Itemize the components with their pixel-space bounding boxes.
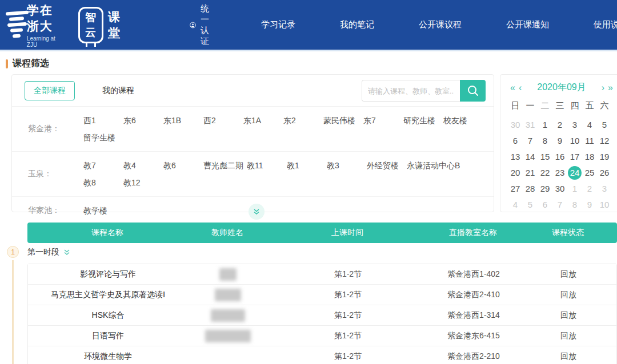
building-filter-item[interactable]: 教4 [123, 157, 160, 174]
calendar-next-year-button[interactable]: » [606, 83, 615, 93]
calendar-dow-label: 五 [583, 100, 596, 111]
nav-item-label: 公开课议程 [419, 19, 462, 29]
calendar-day-cell[interactable]: 27 [508, 182, 522, 196]
calendar-day-cell[interactable]: 1 [538, 118, 552, 132]
calendar-day-cell[interactable]: 2 [583, 182, 596, 196]
calendar-day-cell[interactable]: 5 [598, 118, 611, 132]
calendar-day-cell[interactable]: 22 [538, 166, 552, 180]
calendar-day-cell[interactable]: 18 [583, 150, 596, 164]
nav-item[interactable]: 公开课议程 [419, 19, 462, 30]
tab-all-courses[interactable]: 全部课程 [25, 81, 75, 100]
calendar-next-month-button[interactable]: › [600, 83, 606, 93]
nav-item[interactable]: 公开课通知 [506, 19, 549, 30]
calendar-day-cell[interactable]: 1 [568, 182, 582, 196]
calendar-day-cell[interactable]: 23 [553, 166, 567, 180]
calendar-day-cell[interactable]: 3 [568, 118, 582, 132]
calendar-day-cell[interactable]: 10 [598, 198, 611, 212]
search-button[interactable] [460, 80, 486, 102]
building-filter-item[interactable]: 蒙民伟楼 [323, 112, 360, 129]
building-filter-item[interactable]: 教学楼 [83, 202, 120, 219]
calendar-day-cell[interactable]: 12 [598, 134, 611, 148]
calendar-day-cell[interactable]: 4 [583, 118, 596, 132]
calendar-day-cell[interactable]: 7 [523, 134, 537, 148]
calendar-day-cell[interactable]: 8 [538, 134, 552, 148]
nav-item[interactable]: 使用说明 [594, 19, 617, 30]
zju-logo-icon [6, 10, 21, 40]
classroom-cell: 紫金港西2-210 [428, 351, 519, 362]
calendar-day-cell[interactable]: 3 [598, 182, 611, 196]
period-chevron-double-down-icon[interactable] [63, 248, 71, 256]
building-filter-item[interactable]: 东1A [243, 112, 280, 129]
calendar-day-cell[interactable]: 20 [508, 166, 522, 180]
calendar-day-cell[interactable]: 9 [553, 134, 567, 148]
calendar-day-cell[interactable]: 8 [568, 198, 582, 212]
calendar-day-cell[interactable]: 6 [508, 134, 522, 148]
building-filter-item[interactable]: 教1 [287, 157, 323, 174]
tab-my-courses[interactable]: 我的课程 [102, 86, 134, 96]
building-filter-item[interactable]: 西1 [83, 112, 120, 129]
calendar-day-cell[interactable]: 7 [553, 198, 567, 212]
calendar-day-cell[interactable]: 10 [568, 134, 582, 148]
building-filter-item[interactable]: 校友楼 [443, 112, 480, 129]
calendar-day-cell[interactable]: 13 [508, 150, 522, 164]
calendar-prev-month-button[interactable]: ‹ [517, 83, 523, 93]
calendar-day-cell[interactable]: 2 [553, 118, 567, 132]
building-filter-item[interactable]: 教11 [247, 157, 283, 174]
calendar-day-cell[interactable]: 30 [553, 182, 567, 196]
course-name-cell: HSK综合 [28, 310, 188, 321]
nav-item[interactable]: 学习记录 [261, 19, 295, 30]
calendar-day-cell[interactable]: 28 [523, 182, 537, 196]
calendar-day-cell[interactable]: 25 [583, 166, 596, 180]
logo-subtitle: Learning at ZJU [27, 35, 59, 48]
building-filter-item[interactable]: 东2 [283, 112, 320, 129]
calendar-day-cell[interactable]: 30 [508, 118, 522, 132]
building-filter-item[interactable]: 东7 [363, 112, 400, 129]
calendar-day-cell[interactable]: 4 [508, 198, 522, 212]
calendar-dow-label: 日 [508, 100, 522, 111]
calendar-day-cell[interactable]: 19 [598, 150, 611, 164]
building-filter-item[interactable]: 教3 [327, 157, 363, 174]
calendar-day-cell[interactable]: 24 [568, 166, 582, 180]
course-row[interactable]: 马克思主义哲学史及其原著选读Ⅰ 第1-2节 紫金港西2-410 回放 [28, 285, 616, 305]
calendar-day-cell[interactable]: 15 [538, 150, 552, 164]
building-filter-item[interactable]: 留学生楼 [83, 129, 120, 146]
course-row[interactable]: 日语写作 第1-2节 紫金港东6-415 回放 [28, 326, 616, 346]
course-row[interactable]: HSK综合 第1-2节 紫金港西1-314 回放 [28, 305, 616, 326]
calendar-prev-year-button[interactable]: « [508, 83, 517, 93]
calendar-day-cell[interactable]: 6 [538, 198, 552, 212]
search-input[interactable] [362, 80, 460, 102]
building-filter-item[interactable]: 曹光彪二期 [203, 157, 243, 174]
calendar-day-cell[interactable]: 26 [598, 166, 611, 180]
course-status-cell: 回放 [519, 290, 617, 300]
teacher-name-redacted [215, 289, 241, 301]
nav-item-label: 使用说明 [594, 19, 617, 29]
calendar-day-cell[interactable]: 17 [568, 150, 582, 164]
nav-item-label: 学习记录 [261, 19, 295, 29]
calendar-day-cell[interactable]: 29 [538, 182, 552, 196]
calendar-day-cell[interactable]: 14 [523, 150, 537, 164]
building-filter-item[interactable]: 教8 [83, 174, 120, 191]
calendar-day-cell[interactable]: 16 [553, 150, 567, 164]
chevron-double-down-icon [253, 208, 261, 216]
building-filter-item[interactable]: 外经贸楼 [367, 157, 403, 174]
class-time-cell: 第1-2节 [268, 290, 428, 300]
nav-item[interactable]: 我的笔记 [340, 19, 374, 30]
calendar-day-cell[interactable]: 11 [583, 134, 596, 148]
nav-item-unified-auth[interactable]: 统一认证 [190, 3, 217, 47]
expand-filters-button[interactable] [249, 204, 265, 220]
building-filter-item[interactable]: 西2 [203, 112, 240, 129]
calendar-day-cell[interactable]: 5 [523, 198, 537, 212]
building-filter-item[interactable]: 永谦活动中心B [407, 157, 460, 174]
building-filter-item[interactable]: 东6 [123, 112, 160, 129]
course-row[interactable]: 环境微生物学 第1-2节 紫金港西2-210 回放 [28, 346, 616, 364]
building-filter-item[interactable]: 教6 [163, 157, 200, 174]
calendar-dow-row: 日 一 二 三 四 五 六 [508, 100, 617, 111]
building-filter-item[interactable]: 教7 [83, 157, 120, 174]
calendar-day-cell[interactable]: 9 [583, 198, 596, 212]
calendar-day-cell[interactable]: 31 [523, 118, 537, 132]
building-filter-item[interactable]: 教12 [123, 174, 160, 191]
course-row[interactable]: 影视评论与写作 第1-2节 紫金港西1-402 回放 [28, 264, 616, 285]
calendar-day-cell[interactable]: 21 [523, 166, 537, 180]
building-filter-item[interactable]: 研究生楼 [403, 112, 440, 129]
building-filter-item[interactable]: 东1B [163, 112, 200, 129]
